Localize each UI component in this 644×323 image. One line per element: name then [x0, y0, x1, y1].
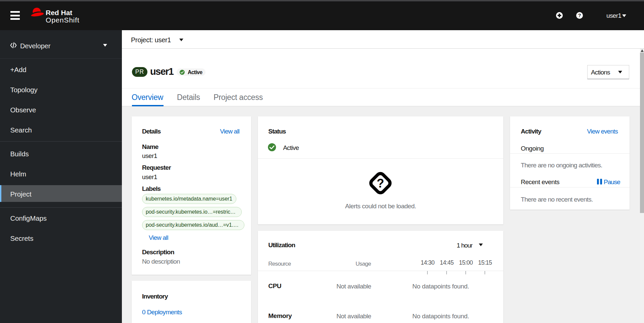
svg-text:?: ?	[578, 12, 581, 18]
svg-text:?: ?	[377, 176, 384, 190]
